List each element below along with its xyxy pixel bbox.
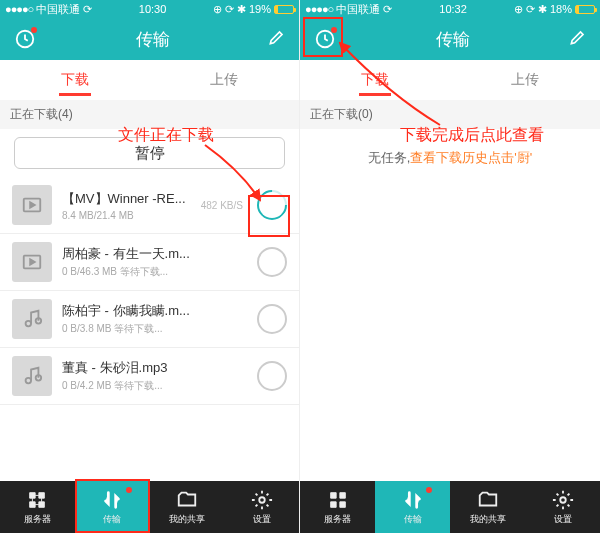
svg-point-4 [36,318,41,324]
item-sub: 0 B/46.3 MB 等待下载... [62,265,247,279]
tab-upload[interactable]: 上传 [150,60,300,100]
status-bar: ●●●●○中国联通⟳ 10:32 ⊕ ⟳ ✱18% [300,0,600,18]
nav-server[interactable]: 服务器 [0,481,75,533]
item-name: 陈柏宇 - 你瞒我瞒.m... [62,302,247,320]
nav-settings[interactable]: 设置 [224,481,299,533]
annotation-box [75,479,150,533]
nav-server[interactable]: 服务器 [300,481,375,533]
nav-share[interactable]: 我的共享 [450,481,525,533]
svg-point-6 [36,375,41,381]
tab-upload[interactable]: 上传 [450,60,600,100]
svg-point-9 [560,497,566,503]
item-sub: 8.4 MB/21.4 MB [62,210,191,221]
screen-left: ●●●●○中国联通⟳ 10:30 ⊕ ⟳ ✱19% 传输 下载 上传 正在下载(… [0,0,300,533]
nav-share[interactable]: 我的共享 [150,481,225,533]
page-title: 传输 [38,28,267,51]
music-icon [12,299,52,339]
svg-point-7 [259,497,265,503]
item-name: 【MV】Winner -RE... [62,190,191,208]
video-icon [12,242,52,282]
list-item[interactable]: 陈柏宇 - 你瞒我瞒.m...0 B/3.8 MB 等待下载... [0,291,299,348]
list-item[interactable]: 周柏豪 - 有生一天.m...0 B/46.3 MB 等待下载... [0,234,299,291]
item-name: 董真 - 朱砂泪.mp3 [62,359,247,377]
progress-ring[interactable] [257,361,287,391]
item-sub: 0 B/4.2 MB 等待下载... [62,379,247,393]
item-sub: 0 B/3.8 MB 等待下载... [62,322,247,336]
bottom-nav: 服务器 传输 我的共享 设置 [300,481,600,533]
edit-icon[interactable] [568,27,588,51]
history-icon[interactable] [12,26,38,52]
edit-icon[interactable] [267,27,287,51]
tab-download[interactable]: 下载 [0,60,150,100]
music-icon [12,356,52,396]
annotation-arrow [330,35,450,135]
nav-transfer[interactable]: 传输 [375,481,450,533]
annotation-arrow [200,140,270,210]
progress-ring[interactable] [257,247,287,277]
video-icon [12,185,52,225]
list-item[interactable]: 董真 - 朱砂泪.mp30 B/4.2 MB 等待下载... [0,348,299,405]
nav-settings[interactable]: 设置 [525,481,600,533]
header: 传输 [0,18,299,60]
progress-ring[interactable] [257,304,287,334]
item-name: 周柏豪 - 有生一天.m... [62,245,247,263]
status-bar: ●●●●○中国联通⟳ 10:30 ⊕ ⟳ ✱19% [0,0,299,18]
tabs: 下载 上传 [0,60,299,100]
